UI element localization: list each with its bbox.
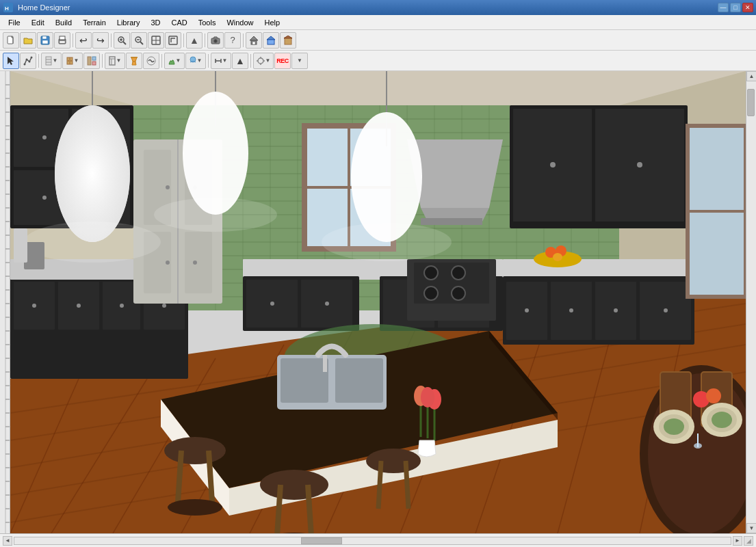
main-area: ▲ ▼ <box>0 71 756 533</box>
scroll-right-button[interactable]: ► <box>733 536 742 546</box>
texture-button[interactable] <box>143 53 159 69</box>
corner-resize[interactable]: ◢ <box>744 536 753 546</box>
house-3d-button[interactable] <box>263 32 279 49</box>
svg-point-255 <box>664 418 684 435</box>
sep2-1 <box>38 54 39 68</box>
sep-2 <box>111 34 112 47</box>
cabinet-dropdown[interactable]: ▼ <box>62 53 83 69</box>
sep-4 <box>205 34 205 47</box>
menu-item-library[interactable]: Library <box>112 17 146 28</box>
save-button[interactable] <box>37 32 53 49</box>
extend-button[interactable] <box>165 32 181 49</box>
svg-rect-43 <box>88 57 91 65</box>
svg-line-246 <box>406 461 408 509</box>
svg-rect-10 <box>60 41 65 43</box>
svg-point-270 <box>322 223 452 261</box>
sep2-4 <box>208 54 209 68</box>
terrain-dropdown[interactable]: ▼ <box>164 53 185 69</box>
camera-button[interactable] <box>207 32 224 49</box>
zoom-in-button[interactable] <box>114 32 130 49</box>
menu-item-tools[interactable]: Tools <box>193 17 222 28</box>
svg-line-12 <box>123 42 126 44</box>
menu-item-file[interactable]: File <box>3 17 26 28</box>
scroll-left-button[interactable]: ◄ <box>3 536 12 546</box>
svg-point-220 <box>553 253 562 261</box>
svg-rect-45 <box>92 62 96 65</box>
record-dropdown[interactable]: ▼ <box>291 53 308 69</box>
svg-point-212 <box>614 308 618 312</box>
polyline-tool-button[interactable] <box>20 53 36 69</box>
svg-rect-9 <box>60 36 65 40</box>
redo-button[interactable]: ↪ <box>92 32 109 49</box>
svg-point-202 <box>550 162 556 168</box>
svg-rect-28 <box>268 40 274 44</box>
arrow-up-button[interactable]: ▲ <box>186 32 203 49</box>
undo-button[interactable]: ↩ <box>75 32 92 49</box>
svg-point-267 <box>351 112 422 242</box>
sep-1 <box>73 34 73 47</box>
svg-rect-36 <box>46 57 51 65</box>
house-2d-button[interactable] <box>246 32 262 49</box>
svg-point-256 <box>712 412 732 428</box>
title-text: Home Designer <box>18 3 718 12</box>
svg-point-33 <box>26 58 28 60</box>
close-button[interactable]: ✕ <box>742 3 753 12</box>
svg-rect-44 <box>92 57 96 60</box>
scroll-up-button[interactable]: ▲ <box>746 71 756 81</box>
scroll-track[interactable] <box>746 81 756 523</box>
svg-point-197 <box>424 286 438 300</box>
wall-dropdown[interactable]: ▼ <box>41 53 62 69</box>
app-icon: H <box>3 2 14 13</box>
svg-point-186 <box>270 302 274 306</box>
status-bar: ◄ ► ◢ <box>0 533 756 547</box>
svg-point-240 <box>260 470 328 500</box>
svg-line-237 <box>178 451 181 502</box>
library-obj-button[interactable] <box>83 53 100 69</box>
svg-line-238 <box>209 451 212 502</box>
dimensions-dropdown[interactable]: ▼ <box>211 53 231 69</box>
svg-point-153 <box>42 196 47 200</box>
menu-item-cad[interactable]: CAD <box>166 17 192 28</box>
sep2-2 <box>102 54 103 68</box>
building-button[interactable] <box>280 32 296 49</box>
svg-line-241 <box>277 485 281 533</box>
svg-point-173 <box>166 261 170 265</box>
menu-item-build[interactable]: Build <box>50 17 77 28</box>
window-controls: — □ ✕ <box>718 3 753 12</box>
toolbar-1: ↩ ↪ ▲ ? <box>0 30 756 51</box>
record-button[interactable]: REC <box>274 53 291 69</box>
fit-window-button[interactable] <box>148 32 164 49</box>
svg-point-260 <box>694 443 702 449</box>
framing-dropdown[interactable]: ▼ <box>105 53 125 69</box>
arrow-dropdown[interactable]: ▲ <box>232 53 248 69</box>
svg-point-244 <box>366 449 421 473</box>
svg-point-35 <box>31 56 33 58</box>
print-button[interactable] <box>54 32 70 49</box>
open-button[interactable] <box>20 32 36 49</box>
exterior-dropdown[interactable]: ▼ <box>185 53 206 69</box>
svg-rect-7 <box>42 40 48 44</box>
minimize-button[interactable]: — <box>718 3 729 12</box>
select-tool-button[interactable] <box>3 53 19 69</box>
new-button[interactable] <box>3 32 19 49</box>
menu-item-edit[interactable]: Edit <box>26 17 50 28</box>
canvas-area[interactable] <box>10 71 746 533</box>
scroll-thumb[interactable] <box>747 89 755 116</box>
svg-point-195 <box>424 266 438 280</box>
svg-line-242 <box>308 485 311 533</box>
h-scroll-thumb[interactable] <box>301 537 342 544</box>
svg-line-245 <box>378 461 381 509</box>
menu-item-3d[interactable]: 3D <box>145 17 166 28</box>
menu-item-window[interactable]: Window <box>221 17 259 28</box>
maximize-button[interactable]: □ <box>730 3 741 12</box>
paint-bucket-button[interactable] <box>126 53 142 69</box>
menu-item-help[interactable]: Help <box>259 17 286 28</box>
svg-point-161 <box>32 304 36 308</box>
horizontal-scrollbar[interactable] <box>14 537 731 545</box>
scroll-down-button[interactable]: ▼ <box>746 523 756 533</box>
zoom-out-button[interactable] <box>131 32 147 49</box>
menu-item-terrain[interactable]: Terrain <box>77 17 112 28</box>
svg-point-23 <box>214 39 218 42</box>
transform-dropdown[interactable]: ▼ <box>253 53 274 69</box>
help-button[interactable]: ? <box>224 32 241 49</box>
